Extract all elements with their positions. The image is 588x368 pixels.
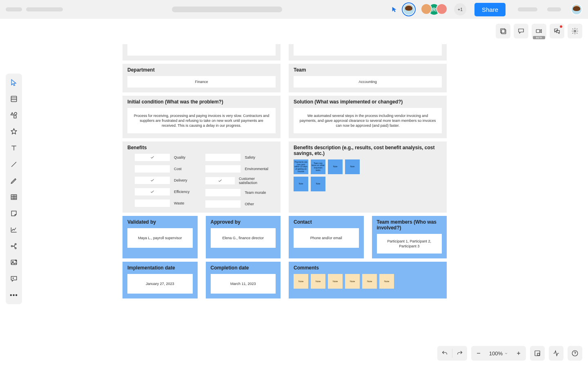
zoom-level[interactable]: 100% <box>486 350 511 357</box>
benefit-row[interactable]: Safety <box>205 154 268 161</box>
comp-date-card[interactable]: Completion date March 11, 2023 <box>206 262 281 298</box>
avatar[interactable] <box>421 3 432 15</box>
menu-placeholder[interactable] <box>6 7 22 11</box>
sticky-note[interactable]: Note <box>294 274 308 289</box>
card-cutoff[interactable] <box>289 44 447 61</box>
overflow-count[interactable]: +1 <box>454 3 466 16</box>
chart-tool[interactable] <box>9 225 19 235</box>
sticky-note[interactable]: Note <box>345 159 360 174</box>
sticky-note[interactable]: Note <box>311 177 325 191</box>
impl-date-card[interactable]: Implementation date January 27, 2023 <box>122 262 198 298</box>
more-tools[interactable]: ••• <box>9 290 19 300</box>
benefits-card[interactable]: Benefits QualityCostDeliveryEfficiencyWa… <box>122 141 281 213</box>
template-tool[interactable] <box>9 94 19 104</box>
chat-icon[interactable] <box>550 24 564 38</box>
sticky-tool[interactable] <box>9 209 19 218</box>
toolbar-placeholder[interactable] <box>547 7 561 11</box>
toolbar-placeholder[interactable] <box>518 7 537 11</box>
card-value[interactable]: Phone and/or email <box>294 228 359 248</box>
sticky-note[interactable]: Note <box>379 274 394 289</box>
sticky-note[interactable]: Note <box>294 177 308 191</box>
left-toolbar: ••• <box>6 74 22 304</box>
sticky-note[interactable]: Note <box>345 274 360 289</box>
benefit-checkbox[interactable] <box>205 189 241 196</box>
benefit-checkbox[interactable] <box>135 200 170 207</box>
card-value[interactable]: Finance <box>127 76 276 88</box>
settings-icon[interactable] <box>568 24 582 38</box>
solution-card[interactable]: Solution (What was implemented or change… <box>289 96 447 138</box>
redo-button[interactable] <box>452 346 467 361</box>
card-value[interactable]: Accounting <box>294 76 442 88</box>
benefit-row[interactable]: Quality <box>135 154 197 161</box>
shapes-tool[interactable] <box>9 110 19 120</box>
notification-dot <box>560 25 562 28</box>
benefits-desc-card[interactable]: Benefits description (e.g., results, cos… <box>289 141 447 213</box>
avatar[interactable] <box>436 3 448 15</box>
zoom-out-button[interactable] <box>471 346 486 361</box>
benefit-row[interactable]: Waste <box>135 200 197 207</box>
benefit-row[interactable]: Environmental <box>205 165 268 173</box>
sticky-note[interactable]: Payments are now sent within 15 days of … <box>294 159 308 174</box>
benefit-checkbox[interactable] <box>135 177 170 184</box>
title-placeholder[interactable] <box>26 7 63 11</box>
benefit-checkbox[interactable] <box>135 165 170 173</box>
team-members-card[interactable]: Team members (Who was involved?) Partici… <box>372 216 447 258</box>
user-avatar[interactable] <box>571 4 582 15</box>
benefit-checkbox[interactable] <box>135 188 170 195</box>
initial-condition-card[interactable]: Initial condition (What was the problem?… <box>122 96 281 138</box>
benefit-row[interactable]: Team morale <box>205 189 268 196</box>
pen-tool[interactable] <box>9 176 19 186</box>
benefit-checkbox[interactable] <box>205 165 241 173</box>
zoom-in-button[interactable] <box>511 346 526 361</box>
benefit-row[interactable]: Other <box>205 200 268 208</box>
canvas-frame[interactable]: Department Finance Team Accounting Initi… <box>122 44 447 302</box>
team-card[interactable]: Team Accounting <box>289 64 447 92</box>
benefit-row[interactable]: Cost <box>135 165 197 173</box>
line-tool[interactable] <box>9 159 19 169</box>
notes-icon[interactable] <box>496 24 510 38</box>
undo-button[interactable] <box>437 346 452 361</box>
card-value[interactable]: We automated several steps in the proces… <box>294 108 442 133</box>
card-value[interactable]: January 27, 2023 <box>127 274 193 294</box>
benefit-checkbox[interactable] <box>205 200 241 208</box>
benefit-row[interactable]: Efficiency <box>135 188 197 195</box>
share-button[interactable]: Share <box>474 3 506 16</box>
card-value[interactable]: Maya L., payroll supervisor <box>127 228 193 248</box>
card-value[interactable]: March 11, 2023 <box>211 274 276 294</box>
card-value[interactable]: Elena G., finance director <box>211 228 276 248</box>
star-tool[interactable] <box>9 127 19 137</box>
text-tool[interactable] <box>9 143 19 153</box>
card-title: Comments <box>294 265 442 271</box>
sticky-note[interactable]: Note <box>311 274 325 289</box>
help-button[interactable] <box>568 346 582 361</box>
video-icon[interactable]: BETA <box>532 24 546 38</box>
benefit-checkbox[interactable] <box>135 154 170 161</box>
sticky-note[interactable]: Note <box>328 159 343 174</box>
card-value[interactable]: Participant 1, Participant 2, Participan… <box>377 234 442 254</box>
comment-icon[interactable] <box>514 24 528 38</box>
sticky-note[interactable]: Note <box>328 274 343 289</box>
minimap-button[interactable] <box>530 346 545 361</box>
comments-card[interactable]: Comments NoteNoteNoteNoteNoteNote <box>289 262 447 298</box>
presenter-avatar[interactable] <box>403 3 415 16</box>
department-card[interactable]: Department Finance <box>122 64 281 92</box>
table-tool[interactable] <box>9 192 19 202</box>
benefit-row[interactable]: Delivery <box>135 177 197 184</box>
benefit-checkbox[interactable] <box>205 177 235 184</box>
approved-by-card[interactable]: Approved by Elena G., finance director <box>206 216 281 258</box>
center-placeholder[interactable] <box>172 7 282 12</box>
image-tool[interactable] <box>9 258 19 267</box>
validated-by-card[interactable]: Validated by Maya L., payroll supervisor <box>122 216 198 258</box>
select-tool[interactable] <box>9 78 19 88</box>
card-cutoff[interactable] <box>122 44 281 61</box>
collaborator-avatars[interactable]: R <box>425 3 448 16</box>
mindmap-tool[interactable] <box>9 241 19 251</box>
benefit-row[interactable]: Customer satisfaction <box>205 177 268 185</box>
sticky-note[interactable]: Team can focus on other important tasks <box>311 159 325 174</box>
activity-button[interactable] <box>549 346 564 361</box>
benefit-checkbox[interactable] <box>205 154 241 161</box>
card-value[interactable]: Process for receiving, processing and pa… <box>127 108 276 133</box>
comment-tool[interactable] <box>9 274 19 284</box>
contact-card[interactable]: Contact Phone and/or email <box>289 216 364 258</box>
sticky-note[interactable]: Note <box>362 274 377 289</box>
